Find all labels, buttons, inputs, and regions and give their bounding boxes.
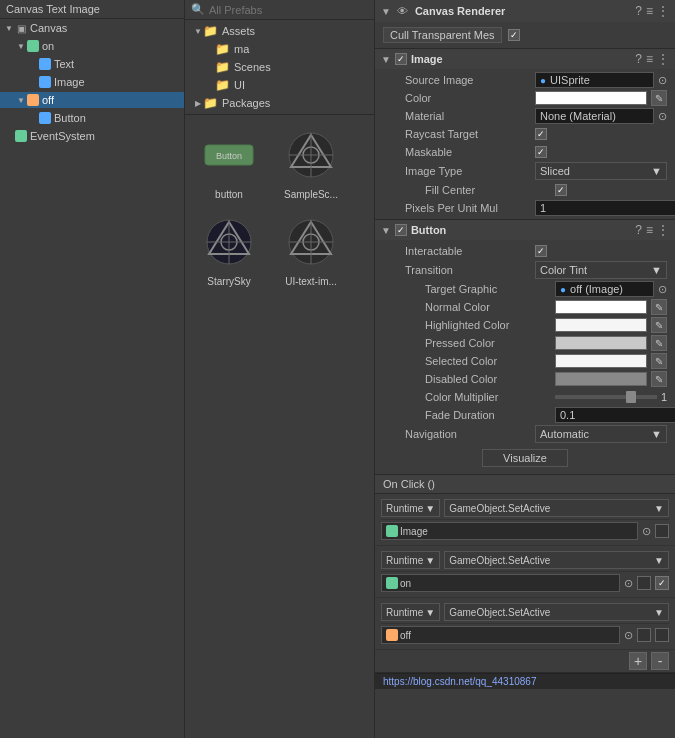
folder-ui[interactable]: 📁 UI <box>189 76 370 94</box>
selected-color-btn[interactable]: ✎ <box>651 353 667 369</box>
tree-item-text[interactable]: Text <box>0 55 184 73</box>
image-type-dropdown[interactable]: Sliced ▼ <box>535 162 667 180</box>
maskable-checkbox[interactable] <box>535 146 547 158</box>
runtime-dropdown-3[interactable]: Runtime ▼ <box>381 603 440 621</box>
ref-pick-3[interactable]: ⊙ <box>624 629 633 642</box>
transition-dropdown[interactable]: Color Tint ▼ <box>535 261 667 279</box>
folder-scenes[interactable]: 📁 Scenes <box>189 58 370 76</box>
cull-checkbox-label[interactable]: Cull Transparent Mes <box>383 27 502 43</box>
canvas-renderer-header[interactable]: ▼ 👁 Canvas Renderer ? ≡ ⋮ <box>375 0 675 22</box>
highlighted-color-label: Highlighted Color <box>425 319 555 331</box>
color-picker-btn[interactable]: ✎ <box>651 90 667 106</box>
button-more-icon[interactable]: ⋮ <box>657 223 669 237</box>
help-icon[interactable]: ? <box>635 4 642 18</box>
raycast-checkbox[interactable] <box>535 128 547 140</box>
material-field[interactable]: None (Material) <box>535 108 654 124</box>
expand-on[interactable]: ▼ <box>16 41 26 51</box>
runtime-dropdown-1[interactable]: Runtime ▼ <box>381 499 440 517</box>
highlighted-color-btn[interactable]: ✎ <box>651 317 667 333</box>
image-settings-icon[interactable]: ≡ <box>646 52 653 66</box>
method-dropdown-3[interactable]: GameObject.SetActive ▼ <box>444 603 669 621</box>
event-value-2[interactable] <box>655 576 669 590</box>
source-image-field[interactable]: ● UISprite <box>535 72 654 88</box>
add-event-button[interactable]: + <box>629 652 647 670</box>
event-checkbox-2[interactable] <box>637 576 651 590</box>
folder-ma[interactable]: 📁 ma <box>189 40 370 58</box>
button-enable-checkbox[interactable] <box>395 224 407 236</box>
asset-uitextim[interactable]: UI-text-im... <box>271 206 351 291</box>
expand-assets[interactable]: ▼ <box>193 26 203 36</box>
navigation-dropdown[interactable]: Automatic ▼ <box>535 425 667 443</box>
image-enable-checkbox[interactable] <box>395 53 407 65</box>
button-header[interactable]: ▼ Button ? ≡ ⋮ <box>375 220 675 240</box>
canvas-renderer-section: ▼ 👁 Canvas Renderer ? ≡ ⋮ Cull Transpare… <box>375 0 675 49</box>
button-help-icon[interactable]: ? <box>635 223 642 237</box>
interactable-checkbox[interactable] <box>535 245 547 257</box>
search-icon: 🔍 <box>191 3 205 16</box>
search-input[interactable] <box>209 4 368 16</box>
pressed-color-btn[interactable]: ✎ <box>651 335 667 351</box>
object-ref-1[interactable]: Image <box>381 522 638 540</box>
color-multiplier-slider[interactable] <box>555 395 657 399</box>
disabled-color-btn[interactable]: ✎ <box>651 371 667 387</box>
folder-packages[interactable]: ▶ 📁 Packages <box>189 94 370 112</box>
tree-item-off[interactable]: ▼ off <box>0 91 184 109</box>
disabled-color-value: ✎ <box>555 371 667 387</box>
target-graphic-field[interactable]: ● off (Image) <box>555 281 654 297</box>
more-icon[interactable]: ⋮ <box>657 4 669 18</box>
source-image-pick[interactable]: ⊙ <box>658 74 667 87</box>
image-help-icon[interactable]: ? <box>635 52 642 66</box>
disabled-color-swatch[interactable] <box>555 372 647 386</box>
target-graphic-pick[interactable]: ⊙ <box>658 283 667 296</box>
ref-icon-2 <box>386 577 398 589</box>
image-more-icon[interactable]: ⋮ <box>657 52 669 66</box>
event-checkbox-1[interactable] <box>655 524 669 538</box>
selected-color-swatch[interactable] <box>555 354 647 368</box>
tree-item-image[interactable]: Image <box>0 73 184 91</box>
tree-item-canvas[interactable]: ▼ ▣ Canvas <box>0 19 184 37</box>
normal-color-btn[interactable]: ✎ <box>651 299 667 315</box>
eye-icon[interactable]: 👁 <box>395 3 411 19</box>
folder-packages-icon: 📁 <box>203 96 218 110</box>
highlighted-color-swatch[interactable] <box>555 318 647 332</box>
image-type-row: Image Type Sliced ▼ <box>375 161 675 181</box>
transition-text: Color Tint <box>540 264 587 276</box>
object-ref-2[interactable]: on <box>381 574 620 592</box>
expand-packages[interactable]: ▶ <box>193 98 203 108</box>
normal-color-swatch[interactable] <box>555 300 647 314</box>
button-settings-icon[interactable]: ≡ <box>646 223 653 237</box>
pressed-color-swatch[interactable] <box>555 336 647 350</box>
material-pick[interactable]: ⊙ <box>658 110 667 123</box>
visualize-button[interactable]: Visualize <box>482 449 568 467</box>
normal-color-label: Normal Color <box>425 301 555 313</box>
settings-icon[interactable]: ≡ <box>646 4 653 18</box>
tree-item-eventsystem[interactable]: EventSystem <box>0 127 184 145</box>
tree-item-button[interactable]: Button <box>0 109 184 127</box>
folder-assets[interactable]: ▼ 📁 Assets <box>189 22 370 40</box>
tree-item-on[interactable]: ▼ on <box>0 37 184 55</box>
fill-center-checkbox[interactable] <box>555 184 567 196</box>
event-value-3[interactable] <box>655 628 669 642</box>
asset-starrysky[interactable]: StarrySky <box>189 206 269 291</box>
cull-checkbox[interactable] <box>508 29 520 41</box>
pixels-per-unit-field[interactable] <box>535 200 675 216</box>
runtime-dropdown-2[interactable]: Runtime ▼ <box>381 551 440 569</box>
material-label: Material <box>405 110 535 122</box>
source-image-value: ● UISprite ⊙ <box>535 72 667 88</box>
expand-off[interactable]: ▼ <box>16 95 26 105</box>
event-checkbox-3[interactable] <box>637 628 651 642</box>
image-header[interactable]: ▼ Image ? ≡ ⋮ <box>375 49 675 69</box>
method-dropdown-1[interactable]: GameObject.SetActive ▼ <box>444 499 669 517</box>
ref-pick-2[interactable]: ⊙ <box>624 577 633 590</box>
material-text: None (Material) <box>540 110 616 122</box>
asset-samplescene[interactable]: SampleSc... <box>271 119 351 204</box>
asset-button[interactable]: Button button <box>189 119 269 204</box>
fade-duration-field[interactable] <box>555 407 675 423</box>
method-dropdown-2[interactable]: GameObject.SetActive ▼ <box>444 551 669 569</box>
ref-pick-1[interactable]: ⊙ <box>642 525 651 538</box>
inspector-panel: ▼ 👁 Canvas Renderer ? ≡ ⋮ Cull Transpare… <box>375 0 675 738</box>
object-ref-3[interactable]: off <box>381 626 620 644</box>
remove-event-button[interactable]: - <box>651 652 669 670</box>
color-swatch[interactable] <box>535 91 647 105</box>
expand-canvas[interactable]: ▼ <box>4 23 14 33</box>
